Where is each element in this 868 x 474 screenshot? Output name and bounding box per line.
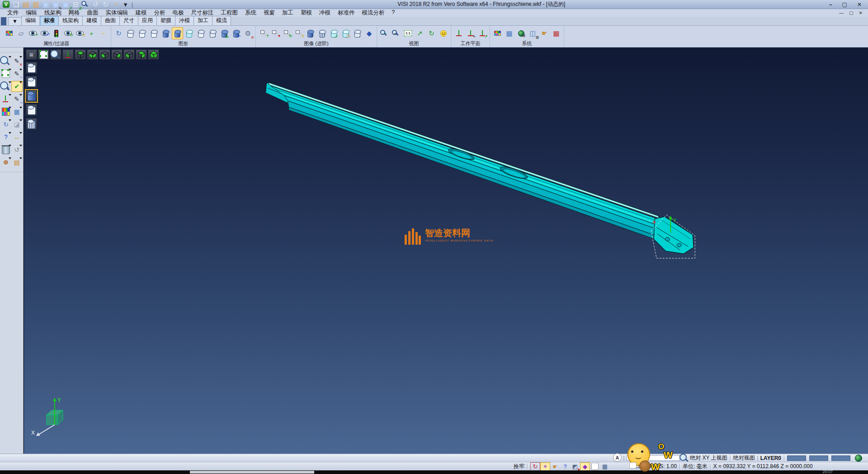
status-help-icon[interactable]: ? [561, 463, 570, 470]
color-table-icon[interactable] [492, 27, 503, 39]
menu-item-item[interactable]: 加工 [278, 9, 297, 17]
grid-settings-icon[interactable]: ▦ [551, 27, 562, 39]
erase-pencil-icon[interactable]: ✎✕ [12, 56, 22, 66]
tab-die[interactable]: 冲模 [175, 16, 194, 25]
mesh-view-icon[interactable] [207, 27, 218, 39]
viewport-fit-icon[interactable] [38, 49, 49, 60]
guide-rail-3d-model[interactable]: Y Y X [24, 47, 868, 454]
menu-item-item[interactable]: 冲模 [316, 9, 334, 17]
minimize-button[interactable]: – [829, 1, 832, 8]
spline-pencil-icon[interactable]: ✎~ [12, 94, 22, 104]
qat-more-icon[interactable]: ▾ [121, 0, 130, 8]
status-dynamic-cube-icon[interactable]: ◆ [580, 463, 590, 470]
window-settings-icon[interactable]: ◫⚙ [527, 27, 538, 39]
shield-icon[interactable]: ◆ [363, 27, 375, 39]
open-document-icon[interactable]: ▤ [12, 157, 22, 167]
tab-modeling[interactable]: 建模 [82, 16, 101, 25]
status-refresh-icon[interactable]: ↻ [531, 463, 540, 470]
menu-item-item[interactable]: 标准件 [334, 9, 359, 17]
dashed-hidden-view-icon[interactable] [148, 27, 160, 39]
vp-mesh-cyl-icon[interactable] [26, 118, 37, 130]
pan-view-icon[interactable]: ↗ [414, 27, 425, 39]
add-to-view-icon[interactable]: + [86, 27, 97, 39]
print-icon[interactable]: ⊟↺ [71, 0, 80, 8]
view-right-cube-icon[interactable] [111, 49, 123, 60]
menu-item-item[interactable]: 系统 [241, 9, 260, 17]
wire-solid-icon[interactable] [352, 27, 363, 39]
delete-trash-icon[interactable] [1, 145, 11, 155]
vp-shaded-cyl-icon[interactable] [26, 90, 37, 102]
history-icon[interactable]: ◔ [111, 0, 120, 8]
status-globe-button[interactable] [854, 454, 863, 462]
child-close-button[interactable]: ✕ [859, 10, 863, 15]
zoom-scale-icon[interactable]: ± [1, 81, 11, 91]
tab-mold[interactable]: 塑膜 [156, 16, 175, 25]
striped-cylinder-icon[interactable] [316, 27, 328, 39]
remove-from-view-icon[interactable]: − [98, 27, 109, 39]
menu-item-item[interactable]: 模流分析 [359, 9, 388, 17]
refresh-shading-icon[interactable]: ↻ [219, 27, 230, 39]
hide-entities-eye-icon[interactable]: ↶ [39, 27, 50, 39]
close-button[interactable]: ✕ [857, 1, 862, 8]
view-back-cube-icon[interactable] [136, 49, 147, 60]
tab-edit[interactable]: 编辑 [21, 16, 40, 25]
wcs-axis-icon[interactable] [1, 94, 11, 104]
render-settings-icon[interactable]: ⚙✕ [242, 27, 254, 39]
help-icon[interactable]: ? [1, 132, 11, 142]
display-settings-icon[interactable]: ▦ [504, 27, 515, 39]
new-file-icon[interactable]: ❏ [12, 0, 20, 8]
status-wand-icon[interactable]: ✶ [541, 463, 550, 470]
rotate-view-icon[interactable]: ↻ [426, 27, 437, 39]
status-search-input[interactable] [627, 455, 680, 461]
advanced-filter-icon[interactable]: ● [269, 27, 281, 39]
zoom-in-icon[interactable]: + [379, 27, 390, 39]
vp-wireframe-cyl-icon[interactable] [26, 62, 37, 74]
maximize-button[interactable]: ▢ [842, 1, 847, 8]
link-solid-icon[interactable]: ❒ [340, 27, 351, 39]
view-front-cube-icon[interactable] [123, 49, 135, 60]
menu-item-item[interactable]: 视窗 [260, 9, 278, 17]
view-top-cube-icon[interactable] [75, 49, 86, 60]
view-left-cube-icon[interactable] [99, 49, 110, 60]
solid-cylinder-icon[interactable] [305, 27, 316, 39]
save-icon[interactable]: ▣ [42, 0, 50, 8]
3d-viewport[interactable]: Y Y X ≡ [24, 47, 868, 454]
view-iso-cube-icon[interactable] [148, 49, 159, 60]
flat-view-icon[interactable] [195, 27, 207, 39]
vp-hidden-cyl-icon[interactable] [26, 76, 37, 88]
absolute-view-label[interactable]: 绝对视图 [733, 454, 755, 462]
viewport-zoom-previous-icon[interactable] [50, 49, 61, 60]
copy-attributes-icon[interactable]: ▱ [15, 27, 27, 39]
child-restore-button[interactable]: ▢ [849, 10, 853, 15]
confirm-check-icon[interactable]: ✔ [12, 81, 22, 91]
attributes-palette-icon[interactable] [4, 27, 15, 39]
status-fill-hand-icon[interactable]: ☛ [551, 463, 560, 470]
tab-flow[interactable]: 模流 [212, 16, 231, 25]
open-file-icon[interactable]: ▤ [22, 0, 30, 8]
tab-wireframe[interactable]: 线架构 [58, 16, 83, 25]
status-shirt-icon[interactable] [590, 463, 599, 470]
shaded-edges-view-icon[interactable] [172, 27, 183, 39]
grid-window-icon[interactable]: ▦ [12, 107, 22, 117]
shade-face-icon[interactable] [438, 27, 449, 39]
view-bottom-cube-icon[interactable] [87, 49, 98, 60]
workplane-set-icon[interactable] [453, 27, 464, 39]
lock-toggle-label[interactable]: 拴牢 [514, 463, 524, 470]
hidden-line-view-icon[interactable] [137, 27, 148, 39]
toggle-advanced-icon[interactable]: ± [293, 27, 304, 39]
select-points-icon[interactable]: ☛ [539, 27, 550, 39]
status-snap-icon[interactable]: ◩➤ [571, 463, 580, 470]
refresh-advanced-icon[interactable]: ↻ [281, 27, 292, 39]
regen-refresh-icon[interactable]: ↻ [1, 119, 11, 129]
tab-application[interactable]: 应用 [138, 16, 157, 25]
tab-dimension[interactable]: 尺寸 [119, 16, 138, 25]
zoom-previous-icon[interactable] [1, 56, 11, 66]
filter-traffic-light-icon[interactable] [51, 27, 62, 39]
shaded-view-icon[interactable] [160, 27, 171, 39]
tab-machining[interactable]: 加工 [193, 16, 212, 25]
viewport-menu-icon[interactable]: ≡ [26, 49, 37, 60]
viewport-triad-icon[interactable] [62, 49, 74, 60]
child-minimize-button[interactable]: — [839, 10, 844, 15]
tab-dropdown[interactable]: ▼ [8, 17, 22, 25]
color-swatch-2[interactable] [809, 455, 828, 461]
